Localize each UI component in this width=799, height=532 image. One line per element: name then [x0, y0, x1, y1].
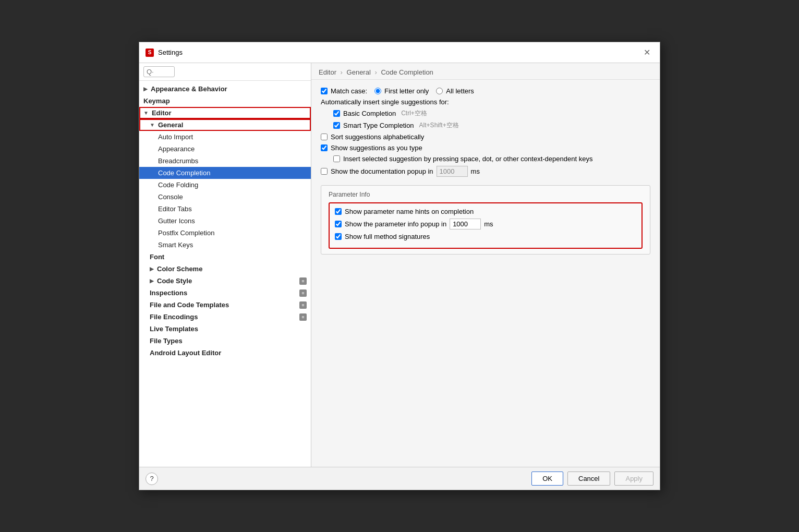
sidebar-item-color-scheme[interactable]: ▶Color Scheme	[139, 263, 311, 275]
sidebar-item-breadcrumbs[interactable]: Breadcrumbs	[139, 155, 311, 167]
content-area: ▶Appearance & BehaviorKeymap▼Editor▼Gene…	[139, 63, 660, 467]
appearance-label: Appearance	[158, 145, 195, 153]
sidebar-item-inspections[interactable]: Inspections≡	[139, 287, 311, 299]
keymap-label: Keymap	[143, 97, 170, 105]
code-style-triangle-icon: ▶	[150, 278, 154, 284]
param-popup-checkbox[interactable]	[335, 221, 342, 227]
show-doc-popup-input[interactable]	[437, 166, 468, 177]
live-templates-label: Live Templates	[150, 325, 198, 333]
sidebar-item-console[interactable]: Console	[139, 191, 311, 203]
full-signatures-label[interactable]: Show full method signatures	[335, 233, 430, 240]
param-popup-input[interactable]	[450, 219, 481, 229]
inspections-badge-icon: ≡	[299, 289, 307, 297]
sidebar-item-editor[interactable]: ▼Editor	[139, 107, 311, 119]
help-button[interactable]: ?	[146, 473, 158, 485]
code-style-badge-icon: ≡	[299, 277, 307, 285]
file-encodings-badge-icon: ≡	[299, 313, 307, 321]
apply-button[interactable]: Apply	[614, 471, 653, 486]
sidebar-item-keymap[interactable]: Keymap	[139, 95, 311, 107]
basic-completion-hint: Ctrl+空格	[401, 109, 427, 118]
sidebar-item-file-types[interactable]: File Types	[139, 335, 311, 347]
sidebar-item-code-folding[interactable]: Code Folding	[139, 179, 311, 191]
smart-type-hint: Alt+Shift+空格	[419, 121, 459, 130]
sort-alpha-label[interactable]: Sort suggestions alphabetically	[321, 133, 424, 141]
first-letter-radio[interactable]	[374, 88, 381, 94]
param-popup-label[interactable]: Show the parameter info popup in	[335, 220, 446, 228]
editor-tabs-label: Editor Tabs	[158, 205, 192, 213]
file-code-templates-label: File and Code Templates	[150, 301, 229, 309]
sidebar-item-appearance-behavior[interactable]: ▶Appearance & Behavior	[139, 83, 311, 95]
breadcrumbs-label: Breadcrumbs	[158, 157, 198, 165]
sidebar-item-appearance[interactable]: Appearance	[139, 143, 311, 155]
show-as-type-label[interactable]: Show suggestions as you type	[321, 144, 422, 152]
insert-space-label[interactable]: Insert selected suggestion by pressing s…	[333, 155, 592, 163]
code-folding-label: Code Folding	[158, 181, 198, 189]
breadcrumb-general: General	[347, 68, 371, 76]
sidebar-item-live-templates[interactable]: Live Templates	[139, 323, 311, 335]
console-label: Console	[158, 193, 183, 201]
smart-keys-label: Smart Keys	[158, 241, 193, 249]
bottom-bar: ? OK Cancel Apply	[139, 467, 660, 490]
param-popup-row: Show the parameter info popup in ms	[335, 219, 636, 229]
smart-type-label[interactable]: Smart Type Completion	[333, 122, 414, 129]
all-letters-radio[interactable]	[436, 88, 443, 94]
breadcrumb: Editor › General › Code Completion	[311, 63, 660, 80]
smart-type-row: Smart Type Completion Alt+Shift+空格	[333, 121, 650, 130]
auto-import-label: Auto Import	[158, 133, 193, 141]
inspections-label: Inspections	[150, 289, 187, 297]
basic-completion-label[interactable]: Basic Completion	[333, 110, 396, 117]
sidebar-item-font[interactable]: Font	[139, 251, 311, 263]
show-as-type-checkbox[interactable]	[321, 144, 328, 151]
android-layout-editor-label: Android Layout Editor	[150, 349, 221, 357]
appearance-behavior-triangle-icon: ▶	[143, 86, 148, 92]
color-scheme-label: Color Scheme	[157, 265, 202, 273]
code-style-label: Code Style	[157, 277, 192, 285]
show-doc-popup-label[interactable]: Show the documentation popup in	[321, 167, 433, 175]
gutter-icons-label: Gutter Icons	[158, 217, 195, 225]
sidebar-item-file-encodings[interactable]: File Encodings≡	[139, 311, 311, 323]
settings-dialog: S Settings ✕ ▶Appearance & BehaviorKeyma…	[139, 42, 660, 490]
file-encodings-label: File Encodings	[150, 313, 198, 321]
show-doc-ms-label: ms	[471, 167, 480, 175]
close-button[interactable]: ✕	[640, 46, 653, 58]
sidebar-item-smart-keys[interactable]: Smart Keys	[139, 239, 311, 251]
breadcrumb-editor: Editor	[319, 68, 336, 76]
show-doc-popup-checkbox[interactable]	[321, 168, 328, 175]
insert-space-checkbox[interactable]	[333, 155, 340, 162]
sidebar: ▶Appearance & BehaviorKeymap▼Editor▼Gene…	[139, 63, 311, 467]
param-hints-row: Show parameter name hints on completion	[335, 208, 636, 215]
auto-insert-label-row: Automatically insert single suggestions …	[321, 98, 650, 106]
sidebar-item-auto-import[interactable]: Auto Import	[139, 131, 311, 143]
basic-completion-checkbox[interactable]	[333, 110, 340, 117]
param-hints-checkbox[interactable]	[335, 208, 342, 215]
settings-content: Match case: First letter only All letter…	[311, 80, 660, 467]
match-case-label[interactable]: Match case:	[321, 87, 367, 95]
auto-insert-label: Automatically insert single suggestions …	[321, 98, 449, 106]
sidebar-item-postfix-completion[interactable]: Postfix Completion	[139, 227, 311, 239]
match-case-checkbox[interactable]	[321, 88, 328, 94]
all-letters-radio-label[interactable]: All letters	[436, 87, 474, 95]
param-info-title: Parameter Info	[329, 191, 643, 198]
full-signatures-row: Show full method signatures	[335, 233, 636, 240]
sidebar-item-general[interactable]: ▼General	[139, 119, 311, 131]
font-label: Font	[150, 253, 164, 261]
param-hints-label[interactable]: Show parameter name hints on completion	[335, 208, 474, 215]
sidebar-item-code-completion[interactable]: Code Completion	[139, 167, 311, 179]
param-popup-ms: ms	[484, 220, 493, 228]
first-letter-radio-label[interactable]: First letter only	[374, 87, 429, 95]
sidebar-item-gutter-icons[interactable]: Gutter Icons	[139, 215, 311, 227]
right-panel: Editor › General › Code Completion Match…	[311, 63, 660, 467]
postfix-completion-label: Postfix Completion	[158, 229, 214, 237]
ok-button[interactable]: OK	[531, 471, 563, 486]
sidebar-item-code-style[interactable]: ▶Code Style≡	[139, 275, 311, 287]
sidebar-item-file-code-templates[interactable]: File and Code Templates≡	[139, 299, 311, 311]
full-signatures-checkbox[interactable]	[335, 233, 342, 240]
smart-type-checkbox[interactable]	[333, 122, 340, 129]
sidebar-item-editor-tabs[interactable]: Editor Tabs	[139, 203, 311, 215]
cancel-button[interactable]: Cancel	[567, 471, 610, 486]
appearance-behavior-label: Appearance & Behavior	[151, 85, 227, 93]
show-as-type-row: Show suggestions as you type	[321, 144, 650, 152]
search-input[interactable]	[143, 66, 175, 77]
sort-alpha-checkbox[interactable]	[321, 134, 328, 140]
sidebar-item-android-layout-editor[interactable]: Android Layout Editor	[139, 347, 311, 359]
